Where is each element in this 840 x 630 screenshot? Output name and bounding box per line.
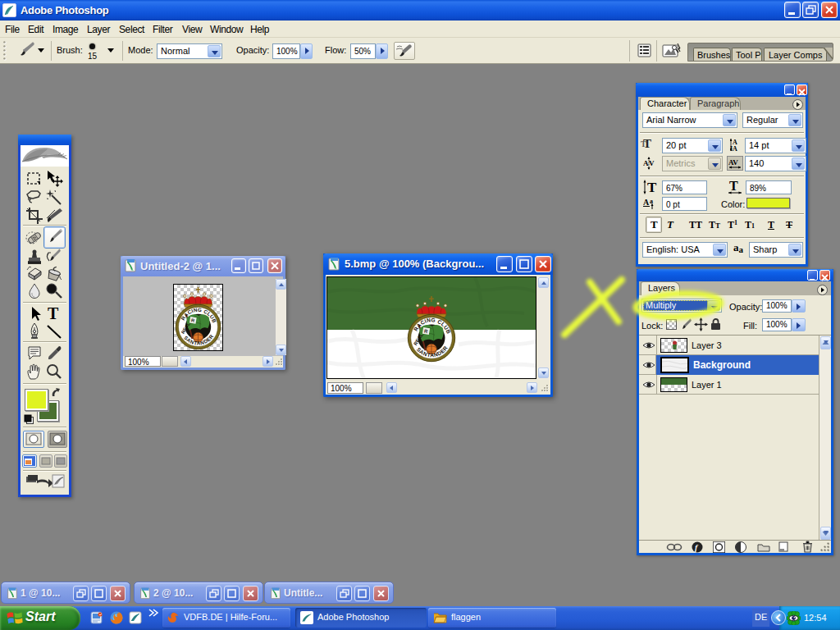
svg-text:V: V (649, 159, 655, 167)
svg-text:T: T (729, 179, 738, 193)
svg-text:A: A (643, 159, 649, 167)
svg-text:AV: AV (728, 158, 738, 167)
svg-text:A: A (643, 198, 650, 207)
svg-text:T: T (48, 305, 59, 322)
svg-text:T: T (647, 180, 657, 195)
svg-text:a: a (650, 198, 653, 205)
